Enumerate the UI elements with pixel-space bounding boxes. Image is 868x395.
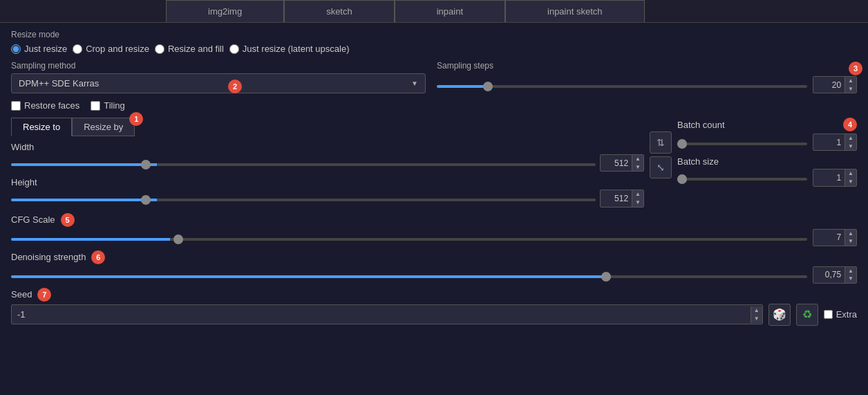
cfg-scale-section: CFG Scale 5 ▲ ▼	[11, 213, 857, 246]
tab-inpaint[interactable]: inpaint	[395, 0, 505, 22]
swap-dimensions-button[interactable]: ⇅	[650, 131, 672, 154]
batch-section: Batch count 4 ▲ ▼	[677, 118, 857, 192]
sampling-method-label: Sampling method	[11, 61, 426, 71]
batch-size-up[interactable]: ▲	[845, 169, 856, 178]
height-input[interactable]	[601, 192, 632, 205]
batch-count-input[interactable]	[813, 136, 845, 149]
badge-6: 6	[91, 250, 105, 264]
radio-crop-resize[interactable]: Crop and resize	[73, 44, 149, 54]
batch-size-label: Batch size	[677, 156, 719, 167]
cfg-scale-label: CFG Scale	[11, 214, 55, 225]
random-seed-button[interactable]: 🎲	[768, 304, 791, 326]
height-arrows: ▲ ▼	[632, 190, 643, 206]
tiling-input[interactable]	[91, 101, 100, 111]
sampling-steps-spinbox[interactable]: 20 ▲ ▼	[813, 76, 857, 93]
seed-input-row: ▲ ▼ 🎲 ♻ Extra	[11, 304, 857, 326]
width-down[interactable]: ▼	[632, 163, 643, 172]
height-row: Height ▲ ▼	[11, 177, 644, 207]
height-controls: ▲ ▼	[11, 190, 644, 207]
seed-up[interactable]: ▲	[751, 306, 762, 315]
extra-checkbox-input[interactable]	[824, 310, 833, 319]
cfg-scale-spinbox[interactable]: ▲ ▼	[813, 229, 857, 246]
batch-count-label: Batch count	[677, 120, 725, 130]
checkboxes-row: Restore faces Tiling	[11, 100, 857, 111]
sampling-steps-slider[interactable]	[437, 85, 807, 88]
denoising-slider[interactable]	[11, 275, 807, 278]
batch-count-slider[interactable]	[677, 143, 807, 145]
height-spinbox[interactable]: ▲ ▼	[600, 190, 644, 207]
denoising-up[interactable]: ▲	[845, 267, 856, 275]
seed-input-container: ▲ ▼	[11, 304, 763, 324]
width-spinbox[interactable]: ▲ ▼	[600, 154, 644, 172]
batch-count-spinbox[interactable]: ▲ ▼	[813, 134, 857, 151]
batch-size-section: Batch size ▲ ▼	[677, 156, 857, 186]
sub-tab-resize-to[interactable]: Resize to	[11, 118, 72, 136]
tab-inpaint-sketch[interactable]: inpaint sketch	[505, 0, 645, 22]
denoising-down[interactable]: ▼	[845, 275, 856, 283]
badge-5: 5	[61, 213, 75, 227]
width-slider[interactable]	[11, 163, 596, 166]
sampling-steps-down[interactable]: ▼	[845, 85, 856, 93]
batch-size-input[interactable]	[813, 171, 845, 185]
seed-section: Seed 7 ▲ ▼ 🎲 ♻ Extra	[11, 288, 857, 326]
radio-crop-resize-input[interactable]	[73, 44, 82, 54]
batch-count-down[interactable]: ▼	[845, 143, 856, 151]
badge-2: 2	[228, 80, 242, 93]
sampling-steps-up[interactable]: ▲	[845, 77, 856, 85]
height-up[interactable]: ▲	[632, 190, 643, 199]
radio-latent-upscale-input[interactable]	[229, 44, 239, 54]
badge-1: 1	[129, 112, 143, 126]
dimensions-section: 1 Resize to Resize by Width ▲	[11, 118, 644, 212]
batch-size-down[interactable]: ▼	[845, 178, 856, 186]
radio-resize-fill-input[interactable]	[155, 44, 164, 54]
sampling-method-dropdown[interactable]: DPM++ SDE Karras ▼	[11, 73, 426, 93]
restore-faces-checkbox[interactable]: Restore faces	[11, 100, 79, 111]
batch-size-arrows: ▲ ▼	[845, 169, 856, 185]
cfg-scale-up[interactable]: ▲	[845, 230, 856, 238]
recycle-seed-button[interactable]: ♻	[796, 304, 818, 326]
tab-img2img[interactable]: img2img	[166, 0, 284, 22]
middle-buttons: ⇅ ⤡	[650, 118, 672, 178]
restore-faces-input[interactable]	[11, 101, 21, 111]
main-content: Resize mode Just resize Crop and resize …	[0, 23, 868, 333]
sub-tabs-container: 1 Resize to Resize by	[11, 118, 135, 136]
width-controls: ▲ ▼	[11, 154, 644, 172]
batch-size-slider[interactable]	[677, 178, 807, 181]
extra-checkbox[interactable]: Extra	[824, 309, 857, 320]
badge-3: 3	[849, 62, 862, 75]
tab-sketch[interactable]: sketch	[284, 0, 395, 22]
seed-down[interactable]: ▼	[751, 315, 762, 323]
dropdown-arrow-icon: ▼	[411, 80, 418, 87]
sub-tab-resize-by[interactable]: Resize by	[72, 118, 135, 136]
cfg-scale-input[interactable]	[813, 230, 845, 244]
width-arrows: ▲ ▼	[632, 155, 643, 171]
denoising-arrows: ▲ ▼	[845, 267, 856, 283]
badge-4: 4	[843, 118, 857, 131]
seed-spinbox-arrows: ▲ ▼	[751, 306, 762, 322]
denoising-spinbox[interactable]: ▲ ▼	[813, 266, 857, 284]
batch-size-spinbox[interactable]: ▲ ▼	[813, 169, 857, 186]
height-label-row: Height	[11, 177, 644, 187]
radio-resize-fill[interactable]: Resize and fill	[155, 44, 224, 54]
height-down[interactable]: ▼	[632, 199, 643, 207]
radio-just-resize-input[interactable]	[11, 44, 21, 54]
tiling-checkbox[interactable]: Tiling	[91, 100, 125, 111]
width-input[interactable]	[601, 156, 632, 170]
badge-7: 7	[37, 288, 51, 302]
resize-mode-row: Just resize Crop and resize Resize and f…	[11, 44, 857, 54]
height-slider[interactable]	[11, 199, 596, 201]
radio-latent-upscale[interactable]: Just resize (latent upscale)	[229, 44, 350, 54]
sampling-steps-input[interactable]: 20	[813, 78, 845, 92]
aspect-ratio-button[interactable]: ⤡	[650, 156, 672, 178]
denoising-section: Denoising strength 6 ▲ ▼	[11, 250, 857, 284]
sampling-steps-section: Sampling steps 3 20 ▲ ▼	[437, 61, 857, 93]
batch-count-up[interactable]: ▲	[845, 134, 856, 143]
radio-just-resize[interactable]: Just resize	[11, 44, 67, 54]
cfg-scale-down[interactable]: ▼	[845, 237, 856, 246]
seed-input[interactable]	[12, 305, 751, 324]
width-up[interactable]: ▲	[632, 155, 643, 163]
seed-label: Seed	[11, 289, 32, 300]
sampling-steps-label: Sampling steps	[437, 61, 493, 71]
denoising-input[interactable]	[813, 268, 845, 282]
cfg-scale-slider[interactable]	[11, 238, 807, 241]
